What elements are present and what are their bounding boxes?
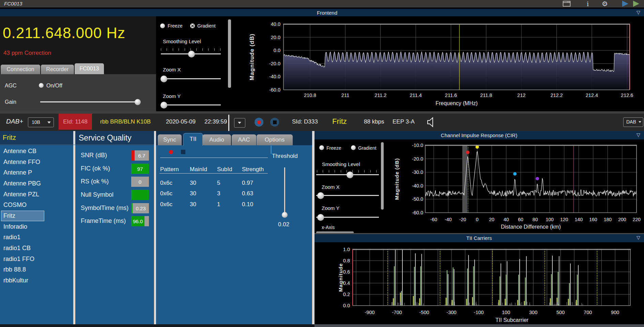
- agc-radio[interactable]: [39, 83, 44, 88]
- tii-tab-options[interactable]: Options: [257, 134, 293, 145]
- service-item-radio1[interactable]: radio1: [3, 234, 20, 241]
- cir-freeze-radio[interactable]: [319, 145, 324, 150]
- frontend-freeze-label: Freeze: [168, 23, 183, 29]
- application-window: FC0013 i ⚙ Frontend ▽ 0.211.648.000 Hz 4…: [0, 0, 644, 327]
- svg-text:-40.0: -40.0: [412, 183, 423, 189]
- tii-tab-aac[interactable]: AAC: [232, 134, 256, 145]
- frontend-zoomy-label: Zoom Y: [163, 93, 181, 99]
- service-item-antenne-p[interactable]: Antenne P: [3, 169, 32, 176]
- service-item-antenne-pzl[interactable]: Antenne PZL: [3, 191, 39, 198]
- service-item-radio1-ffo[interactable]: radio1 FFO: [3, 256, 34, 263]
- svg-text:211.8: 211.8: [480, 93, 492, 98]
- frontend-zoomy-handle[interactable]: [160, 102, 167, 109]
- channel-select[interactable]: 10B: [28, 117, 54, 127]
- sq-label-5: FrameTime (ms): [81, 217, 126, 225]
- play-secondary-icon[interactable]: [632, 0, 640, 7]
- protection-value: EEP 3-A: [393, 118, 415, 125]
- svg-text:210.8: 210.8: [304, 93, 316, 98]
- bottom-strip-left: [0, 324, 315, 327]
- frontend-gradient-radio[interactable]: [190, 23, 195, 28]
- tii-vline: [271, 146, 271, 154]
- service-item-antenne-cb[interactable]: Antenne CB: [3, 148, 36, 155]
- tii-tab-sync[interactable]: Sync: [158, 134, 182, 145]
- frontend-zoomx-handle[interactable]: [160, 76, 167, 82]
- sq-bar-1: 97: [131, 164, 149, 174]
- svg-text:-60.0: -60.0: [412, 210, 423, 215]
- frontend-zoomy-slider[interactable]: [161, 104, 221, 105]
- cir-smoothing-handle[interactable]: [347, 171, 353, 178]
- svg-text:0: 0: [476, 217, 479, 222]
- dab-mode-label: DAB+: [6, 118, 23, 125]
- svg-text:180: 180: [604, 217, 612, 222]
- record-button[interactable]: [255, 118, 263, 127]
- svg-text:-700: -700: [392, 310, 402, 315]
- dab-bar-separator: [0, 111, 644, 114]
- cir-zoomx-label: Zoom X: [322, 184, 340, 190]
- cir-zoomx-slider[interactable]: [316, 195, 379, 196]
- splitter-3[interactable]: [312, 131, 315, 324]
- tii-tab-audio[interactable]: Audio: [202, 134, 231, 145]
- cir-zoomx-handle[interactable]: [317, 192, 324, 199]
- cir-title: Channel Impulse Response (CIR): [428, 132, 530, 138]
- cir-scrollbar[interactable]: [381, 142, 384, 210]
- service-dropdown-icon: [238, 122, 241, 124]
- service-item-inforadio[interactable]: Inforadio: [3, 223, 27, 230]
- cir-gradient-radio[interactable]: [351, 145, 356, 150]
- svg-text:-20.0: -20.0: [269, 61, 280, 66]
- svg-text:0.8: 0.8: [343, 258, 350, 263]
- sq-bar-segment: 0: [131, 177, 149, 187]
- service-item-antenne-ffo[interactable]: Antenne FFO: [3, 159, 40, 166]
- gain-label: Gain: [5, 99, 16, 105]
- svg-text:Magnitude: Magnitude: [338, 263, 343, 292]
- tab-recorder[interactable]: Recorder: [41, 65, 74, 74]
- output-mode-select[interactable]: DAB: [623, 117, 643, 127]
- sq-value-5: 96.0: [131, 218, 144, 224]
- svg-text:212: 212: [517, 93, 525, 98]
- sq-label-2: RS (ok %): [81, 178, 109, 185]
- frontend-smoothing-label: Smoothing Level: [163, 38, 201, 44]
- gain-slider-handle[interactable]: [135, 99, 141, 105]
- window-icon[interactable]: [563, 1, 571, 7]
- threshold-value: 0.02: [278, 221, 289, 228]
- play-icon[interactable]: [622, 0, 629, 7]
- service-item-rbb-88-8[interactable]: rbb 88.8: [3, 266, 26, 273]
- service-item-radio1-cb[interactable]: radio1 CB: [3, 245, 31, 252]
- svg-text:0.4: 0.4: [343, 280, 350, 286]
- svg-text:Magnitude (dB): Magnitude (dB): [394, 158, 400, 200]
- service-item-fritz[interactable]: Fritz: [3, 212, 15, 219]
- service-item-antenne-pbg[interactable]: Antenne PBG: [3, 180, 41, 187]
- speaker-icon[interactable]: [425, 116, 438, 128]
- threshold-slider-handle[interactable]: [282, 212, 288, 218]
- gain-slider[interactable]: [40, 101, 138, 102]
- svg-text:140: 140: [575, 217, 583, 222]
- tii-carriers-collapse-icon[interactable]: ▽: [637, 235, 640, 240]
- frontend-collapse-icon[interactable]: ▽: [637, 10, 640, 15]
- cir-zoomy-handle[interactable]: [317, 214, 324, 221]
- frontend-freeze-radio[interactable]: [160, 23, 165, 28]
- threshold-slider[interactable]: [284, 167, 285, 215]
- tab-connection[interactable]: Connection: [1, 65, 40, 74]
- svg-text:212.2: 212.2: [550, 93, 563, 98]
- service-item-rbbkultur[interactable]: rbbKultur: [3, 277, 28, 284]
- svg-text:60: 60: [518, 217, 523, 222]
- tii-tab-panel: [156, 145, 312, 324]
- info-icon[interactable]: i: [587, 0, 589, 7]
- service-item-cosmo[interactable]: COSMO: [3, 201, 27, 209]
- svg-text:211.4: 211.4: [410, 93, 421, 98]
- sq-label-0: SNR (dB): [81, 152, 107, 159]
- smoothing-ticks: [161, 48, 220, 51]
- svg-text:-60.0: -60.0: [269, 87, 280, 93]
- frontend-smoothing-handle[interactable]: [188, 51, 195, 58]
- stop-button[interactable]: [270, 118, 279, 127]
- header-separator-line: [0, 145, 154, 145]
- settings-icon[interactable]: ⚙: [602, 0, 608, 8]
- service-dropdown-button[interactable]: [234, 118, 245, 128]
- tii-tab-tii[interactable]: TII: [183, 133, 203, 146]
- cir-zoomy-slider[interactable]: [316, 217, 379, 218]
- sq-bar-segment: [131, 190, 149, 200]
- agc-onoff-label: On/Off: [46, 83, 62, 89]
- cir-collapse-icon[interactable]: ▽: [637, 132, 640, 137]
- frontend-zoomx-slider[interactable]: [161, 78, 221, 79]
- tab-fc0013[interactable]: FC0013: [75, 63, 104, 74]
- frontend-scrollbar[interactable]: [228, 19, 231, 88]
